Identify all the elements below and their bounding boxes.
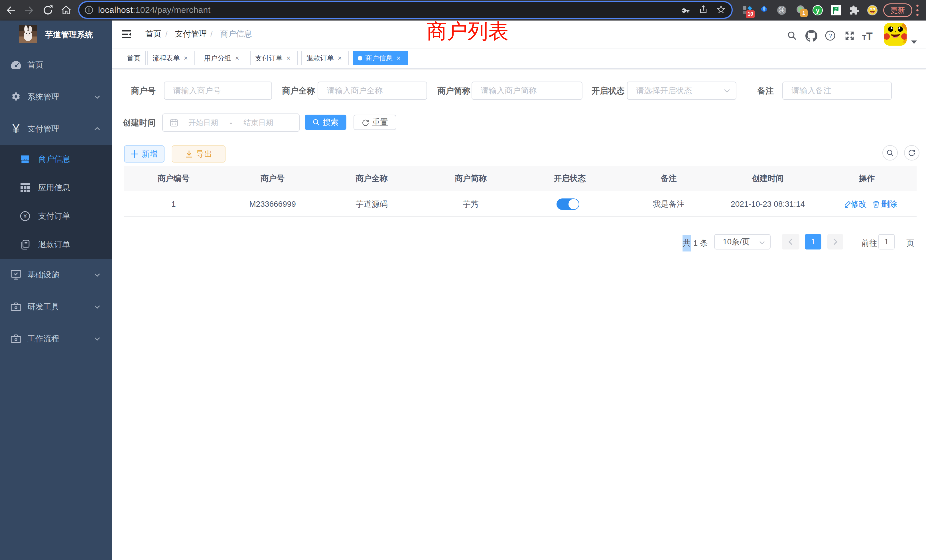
svg-text:⌘: ⌘	[778, 6, 785, 14]
svg-text:?: ?	[829, 32, 832, 39]
svg-text:T: T	[862, 34, 866, 41]
svg-text:y: y	[816, 6, 820, 14]
svg-text:T: T	[866, 30, 873, 41]
svg-text:¥: ¥	[23, 213, 27, 219]
